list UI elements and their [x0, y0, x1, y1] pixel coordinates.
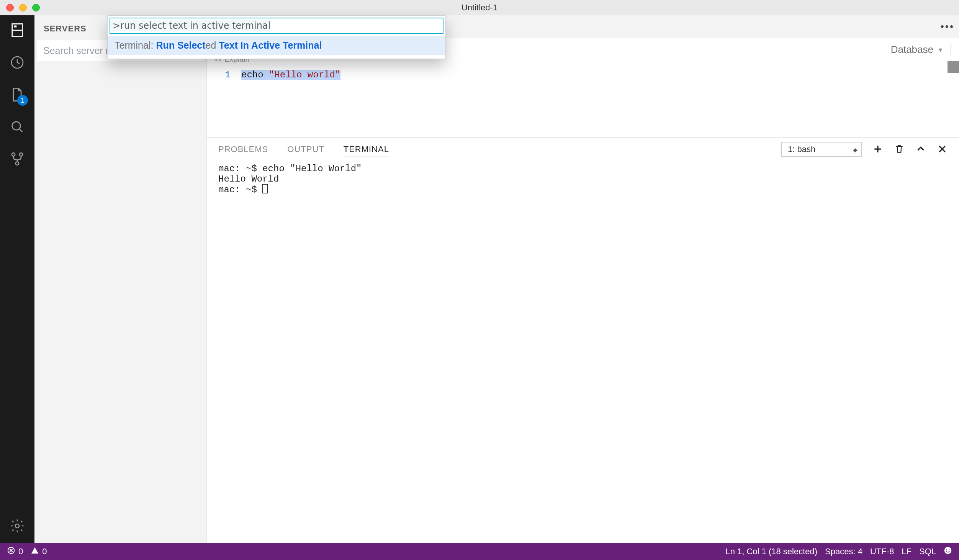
close-icon [937, 144, 947, 155]
command-palette-query: >run select text in active terminal [110, 20, 270, 31]
error-icon [7, 546, 15, 557]
palette-item-hl2: Text In Active Terminal [219, 40, 322, 51]
svg-rect-1 [14, 25, 17, 27]
activity-files[interactable]: 1 [9, 87, 26, 103]
maximize-panel-button[interactable] [915, 144, 926, 155]
palette-item-mid: ed [206, 40, 219, 51]
status-eol[interactable]: LF [902, 547, 912, 557]
activity-search[interactable] [9, 119, 26, 136]
command-palette: >run select text in active terminal Term… [107, 15, 446, 59]
status-warnings-count: 0 [42, 547, 47, 557]
clock-icon [10, 55, 25, 71]
activity-settings[interactable] [9, 518, 26, 535]
status-selection[interactable]: Ln 1, Col 1 (18 selected) [725, 547, 817, 557]
file-badge: 1 [17, 95, 28, 106]
gear-icon [10, 518, 25, 535]
plus-icon [873, 144, 883, 155]
trash-icon [894, 144, 904, 155]
command-palette-results: Terminal: Run Selected Text In Active Te… [108, 34, 445, 59]
lower-panel-tabs: PROBLEMS OUTPUT TERMINAL 1: bash [207, 138, 959, 161]
editor-more-actions[interactable]: ••• [941, 21, 954, 33]
status-indent[interactable]: Spaces: 4 [825, 547, 862, 557]
close-window-button[interactable] [6, 4, 14, 11]
svg-point-7 [20, 153, 23, 156]
terminal-body[interactable]: mac: ~$ echo "Hello World" Hello World m… [207, 161, 959, 543]
command-palette-input[interactable]: >run select text in active terminal [110, 18, 443, 34]
code-line-1: 1 echo "Hello world" [207, 70, 959, 80]
palette-item-prefix: Terminal: [115, 40, 156, 51]
window-title: Untitled-1 [0, 3, 959, 13]
chevron-down-icon: ▾ [939, 46, 942, 54]
lower-panel: PROBLEMS OUTPUT TERMINAL 1: bash [207, 137, 959, 543]
new-terminal-button[interactable] [872, 144, 883, 155]
svg-line-5 [19, 129, 22, 132]
side-panel: SERVERS [34, 15, 207, 543]
status-encoding[interactable]: UTF-8 [870, 547, 894, 557]
activity-servers[interactable] [9, 22, 26, 39]
search-icon [10, 119, 25, 136]
chevron-up-icon [916, 144, 926, 155]
svg-point-4 [12, 121, 21, 130]
code-text: echo "Hello world" [241, 70, 340, 80]
minimize-window-button[interactable] [19, 4, 27, 11]
svg-point-16 [949, 549, 950, 550]
tab-problems[interactable]: PROBLEMS [218, 142, 268, 157]
minimap-viewport[interactable] [948, 61, 959, 73]
status-feedback[interactable] [944, 546, 952, 557]
tab-terminal[interactable]: TERMINAL [344, 142, 389, 157]
activity-history[interactable] [9, 54, 26, 71]
server-icon [10, 23, 25, 39]
svg-point-6 [12, 153, 15, 156]
activity-source-control[interactable] [9, 151, 26, 168]
status-warnings[interactable]: 0 [31, 546, 47, 557]
terminal-cursor [262, 184, 268, 193]
kill-terminal-button[interactable] [894, 144, 905, 155]
database-picker[interactable]: Database ▾ [891, 44, 951, 56]
editor-area: ••• Database ▾ Explain 1 echo "Hello wor… [207, 15, 959, 543]
title-bar: Untitled-1 [0, 0, 959, 15]
svg-point-15 [946, 549, 948, 550]
activity-bar: 1 [0, 15, 34, 543]
terminal-output: mac: ~$ echo "Hello World" Hello World m… [218, 164, 362, 195]
terminal-actions: 1: bash [781, 142, 948, 157]
database-picker-label: Database [891, 44, 933, 56]
zoom-window-button[interactable] [32, 4, 40, 11]
status-language[interactable]: SQL [919, 547, 936, 557]
svg-point-14 [944, 547, 951, 554]
svg-point-8 [16, 162, 19, 165]
terminal-select-label: 1: bash [788, 144, 815, 154]
command-palette-item[interactable]: Terminal: Run Selected Text In Active Te… [108, 36, 445, 55]
main-row: 1 [0, 15, 959, 543]
warning-icon [31, 546, 39, 557]
smiley-icon [944, 546, 952, 557]
branch-icon [10, 151, 25, 168]
terminal-select[interactable]: 1: bash [781, 142, 862, 157]
status-errors-count: 0 [18, 547, 23, 557]
traffic-lights [0, 4, 40, 11]
status-bar: 0 0 Ln 1, Col 1 (18 selected) Spaces: 4 … [0, 543, 959, 560]
status-errors[interactable]: 0 [7, 546, 23, 557]
svg-point-9 [15, 524, 19, 528]
close-panel-button[interactable] [937, 144, 948, 155]
tab-output[interactable]: OUTPUT [287, 142, 324, 157]
palette-item-hl1: Run Select [156, 40, 205, 51]
line-number: 1 [207, 70, 241, 80]
code-body[interactable]: 1 echo "Hello world" [207, 61, 959, 137]
